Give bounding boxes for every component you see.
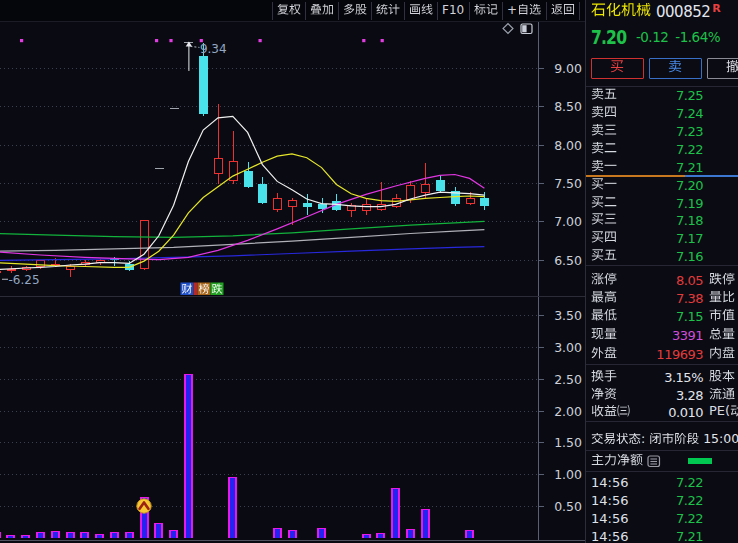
divider bbox=[586, 471, 738, 472]
buy-button[interactable] bbox=[591, 58, 644, 79]
toolbar-spacer bbox=[0, 2, 273, 20]
svg-text:8.00: 8.00 bbox=[554, 138, 582, 153]
bid-price: 7.18 bbox=[676, 213, 703, 228]
stat-label bbox=[591, 386, 618, 404]
svg-text:6.50: 6.50 bbox=[554, 253, 582, 268]
svg-text:3.50: 3.50 bbox=[554, 308, 582, 323]
ask-row[interactable]: 7.24 bbox=[591, 104, 703, 122]
ask-label bbox=[591, 160, 618, 175]
stat-label-2 bbox=[709, 289, 736, 307]
toolbar-button[interactable] bbox=[547, 2, 580, 20]
stat-label-2 bbox=[709, 271, 736, 289]
stock-code: 000852 bbox=[656, 3, 710, 21]
buy-button-label bbox=[610, 60, 625, 77]
stat-label-2 bbox=[709, 326, 736, 344]
svg-text:3.00: 3.00 bbox=[554, 340, 582, 355]
tick-price: 7.22 bbox=[676, 475, 703, 490]
svg-text:F10: F10 bbox=[442, 4, 464, 17]
tick-time: 14:56 bbox=[591, 511, 628, 526]
tick-time: 14:56 bbox=[591, 529, 628, 543]
stat-label bbox=[591, 368, 618, 386]
main-flow-label bbox=[591, 454, 644, 469]
ask-label bbox=[591, 124, 618, 139]
sell-button[interactable] bbox=[649, 58, 702, 79]
stat-label-2 bbox=[709, 345, 736, 363]
candlestick-chart[interactable]: 9.008.508.007.507.006.503.503.002.502.00… bbox=[0, 22, 585, 543]
stat-row: 3391 bbox=[591, 326, 738, 344]
stat-label bbox=[591, 271, 618, 289]
news-badges[interactable] bbox=[181, 283, 224, 296]
toolbar-button-label bbox=[474, 4, 499, 18]
stat-label bbox=[591, 289, 618, 307]
bid-price: 7.16 bbox=[676, 249, 703, 264]
stat-row: 8.05 bbox=[591, 271, 738, 289]
svg-text:+: + bbox=[507, 4, 517, 17]
cancel-button[interactable] bbox=[707, 58, 738, 79]
toolbar-button[interactable] bbox=[339, 2, 372, 20]
tick-time: 14:56 bbox=[591, 493, 628, 508]
cancel-button-label bbox=[726, 60, 738, 77]
gold-event-marker bbox=[137, 499, 151, 513]
toolbar-button[interactable] bbox=[470, 2, 503, 20]
ask-row[interactable]: 7.25 bbox=[591, 86, 703, 104]
toolbar-button-label bbox=[310, 4, 335, 18]
grid-layer: 9.008.508.007.507.006.503.503.002.502.00… bbox=[0, 61, 582, 514]
stat-label-2: PE( bbox=[709, 403, 738, 421]
bid-row[interactable]: 7.18 bbox=[591, 211, 703, 229]
ask-price: 7.21 bbox=[676, 160, 703, 175]
tick-price: 7.22 bbox=[676, 493, 703, 508]
svg-text:-6.25: -6.25 bbox=[9, 273, 40, 287]
toolbar-button-label bbox=[277, 4, 302, 18]
toolbar-button[interactable] bbox=[405, 2, 438, 20]
tick-price: 7.21 bbox=[676, 529, 703, 543]
ask-row[interactable]: 7.22 bbox=[591, 140, 703, 158]
divider bbox=[586, 364, 738, 365]
stat-label bbox=[591, 345, 618, 363]
tick-row: 14:56 7.21 bbox=[591, 527, 738, 543]
ask-label bbox=[591, 142, 618, 157]
svg-text:9.00: 9.00 bbox=[554, 61, 582, 76]
margin-tag: R bbox=[712, 2, 720, 15]
ask-row[interactable]: 7.21 bbox=[591, 158, 703, 176]
bid-label bbox=[591, 196, 618, 211]
bid-row[interactable]: 7.17 bbox=[591, 229, 703, 247]
sell-button-label bbox=[668, 60, 683, 77]
bid-row[interactable]: 7.16 bbox=[591, 247, 703, 265]
toolbar-button[interactable] bbox=[306, 2, 339, 20]
quote-panel: 000852 R 7.20 -0.12 -1.64% 7.25 bbox=[585, 0, 738, 543]
trade-status-row: :15:00:00 bbox=[591, 431, 738, 449]
svg-text:7.00: 7.00 bbox=[554, 214, 582, 229]
last-price: 7.20 bbox=[591, 26, 626, 48]
bid-row[interactable]: 7.19 bbox=[591, 194, 703, 212]
toolbar-button-label bbox=[409, 4, 434, 18]
bid-label bbox=[591, 249, 618, 264]
bid-label bbox=[591, 178, 618, 193]
price-row: 7.20 -0.12 -1.64% bbox=[591, 27, 738, 47]
toolbar-button[interactable] bbox=[273, 2, 306, 20]
trade-status: :15:00:00 bbox=[591, 433, 738, 448]
detail-list-icon[interactable] bbox=[647, 455, 661, 468]
toolbar-button[interactable]: + bbox=[503, 2, 547, 20]
ask-row[interactable]: 7.23 bbox=[591, 122, 703, 140]
ma-line-gray bbox=[0, 230, 484, 252]
svg-text:1.50: 1.50 bbox=[554, 435, 582, 450]
stat-row: 119693 bbox=[591, 345, 738, 363]
toolbar-button-label bbox=[551, 4, 576, 18]
price-change: -0.12 bbox=[636, 29, 668, 45]
svg-text:8.50: 8.50 bbox=[554, 99, 582, 114]
main-flow-row: - bbox=[591, 452, 738, 470]
main-flow-bar bbox=[688, 458, 712, 464]
svg-text:15:00:00: 15:00:00 bbox=[703, 433, 738, 446]
stat-row: 3.15% bbox=[591, 368, 738, 386]
toolbar-button[interactable]: F10 bbox=[438, 2, 470, 20]
toolbar-button[interactable] bbox=[372, 2, 405, 20]
stat-value: 119693 bbox=[656, 345, 703, 363]
stat-row: 3.28 bbox=[591, 386, 738, 404]
tick-row: 14:56 7.22 bbox=[591, 509, 738, 527]
stock-terminal-window: F10 + 9.008.508.007.507.006.503.503.002.… bbox=[0, 0, 738, 543]
ma-line-green bbox=[0, 221, 484, 237]
toolbar-button-label: + bbox=[507, 4, 543, 18]
bid-row[interactable]: 7.20 bbox=[591, 176, 703, 194]
bid-label bbox=[591, 213, 618, 228]
diamond-icon[interactable] bbox=[503, 24, 513, 34]
